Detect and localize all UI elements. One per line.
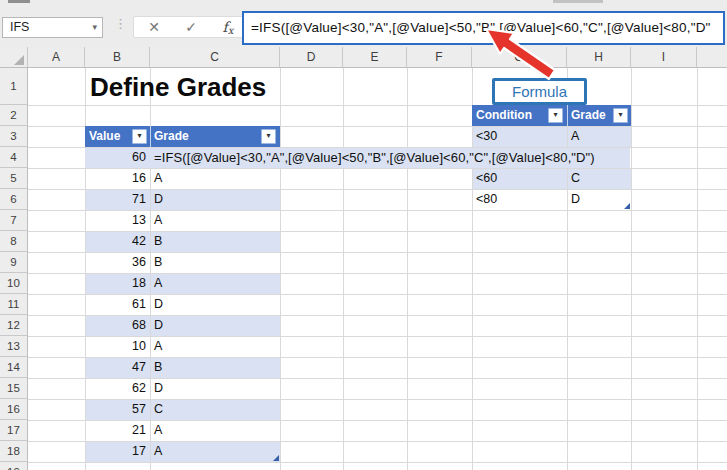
condition-table-header: Condition Grade ▾ ▾ [472,105,631,126]
cell-H3[interactable]: A [571,126,579,147]
filter-button-condition[interactable]: ▾ [548,108,563,123]
cell-B7[interactable]: 13 [85,210,146,231]
gridline [472,68,473,470]
gridline [280,68,281,470]
cell-B12[interactable]: 68 [85,315,146,336]
cell-G6[interactable]: <80 [476,189,497,210]
condition-grade-header-label: Grade [571,105,606,126]
cell-C12[interactable]: D [154,315,163,336]
filter-button-grade[interactable]: ▾ [261,129,276,144]
header-separator [150,126,151,147]
cell-B14[interactable]: 47 [85,357,146,378]
cell-H5[interactable]: C [571,168,580,189]
sheet-title: Define Grades [90,68,266,105]
values-grade-header-label: Grade [154,126,189,147]
cell-C14[interactable]: B [154,357,162,378]
values-table-header: Value Grade ▾ ▾ [85,126,280,147]
cell-B8[interactable]: 42 [85,231,146,252]
gridline [567,68,568,470]
gridline [407,68,408,470]
cell-C4-formula-overflow[interactable]: =IFS([@Value]<30,"A",[@Value]<50,"B",[@V… [154,147,595,168]
cell-B13[interactable]: 10 [85,336,146,357]
cell-C5[interactable]: A [154,168,162,189]
cell-C7[interactable]: A [154,210,162,231]
gridline [28,462,727,463]
cell-C8[interactable]: B [154,231,162,252]
cell-C16[interactable]: C [154,399,163,420]
cell-G3[interactable]: <30 [476,126,497,147]
header-separator [567,105,568,126]
filter-button-condition-grade[interactable]: ▾ [613,108,628,123]
gridline [343,68,344,470]
cell-B16[interactable]: 57 [85,399,146,420]
excel-window: IFS ▾ ⋮ ✕ ✓ fx =IFS([@Value]<30,"A",[@Va… [0,0,727,470]
cell-B9[interactable]: 36 [85,252,146,273]
condition-header-label: Condition [476,105,532,126]
cell-C17[interactable]: A [154,420,162,441]
values-header-label: Value [89,126,120,147]
cell-B5[interactable]: 16 [85,168,146,189]
cell-B15[interactable]: 62 [85,378,146,399]
cell-C15[interactable]: D [154,378,163,399]
cell-B10[interactable]: 18 [85,273,146,294]
cell-B11[interactable]: 61 [85,294,146,315]
cell-B6[interactable]: 71 [85,189,146,210]
cell-H6[interactable]: D [571,189,580,210]
cell-G5[interactable]: <60 [476,168,497,189]
annotation-formula-textbox[interactable]: Formula [492,78,587,105]
cell-B18[interactable]: 17 [85,441,146,462]
gridline [697,68,698,470]
cell-C9[interactable]: B [154,252,162,273]
gridline [631,68,632,470]
filter-button-value[interactable]: ▾ [132,129,147,144]
cell-B4[interactable]: 60 [85,147,146,168]
cell-B17[interactable]: 21 [85,420,146,441]
cell-C13[interactable]: A [154,336,162,357]
cell-C6[interactable]: D [154,189,163,210]
cell-C18[interactable]: A [154,441,162,462]
cell-C11[interactable]: D [154,294,163,315]
cell-C10[interactable]: A [154,273,162,294]
